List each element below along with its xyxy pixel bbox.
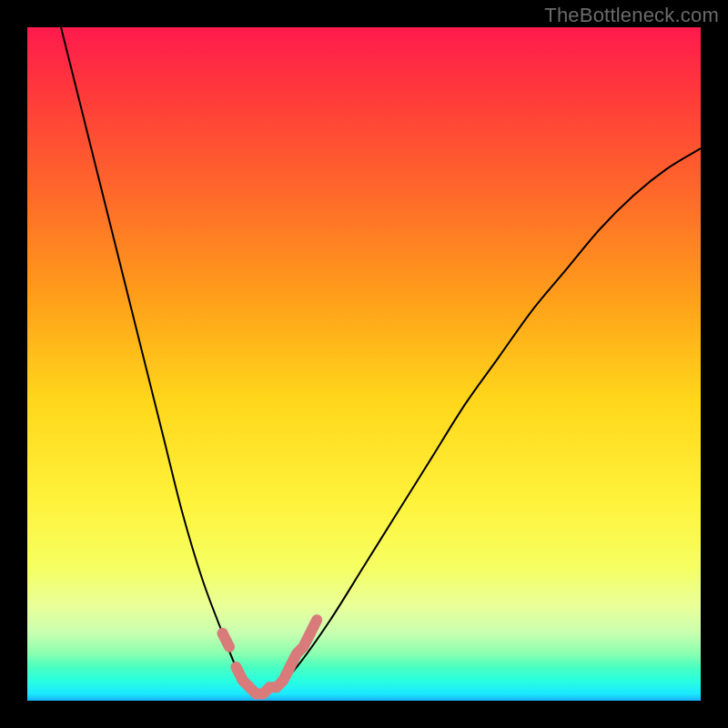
accent-trough <box>236 667 289 694</box>
accent-dot <box>217 628 228 639</box>
chart-svg <box>27 27 701 701</box>
accent-right-rise <box>290 620 318 667</box>
bottleneck-curve <box>61 27 701 694</box>
watermark-text: TheBottleneck.com <box>544 4 719 27</box>
